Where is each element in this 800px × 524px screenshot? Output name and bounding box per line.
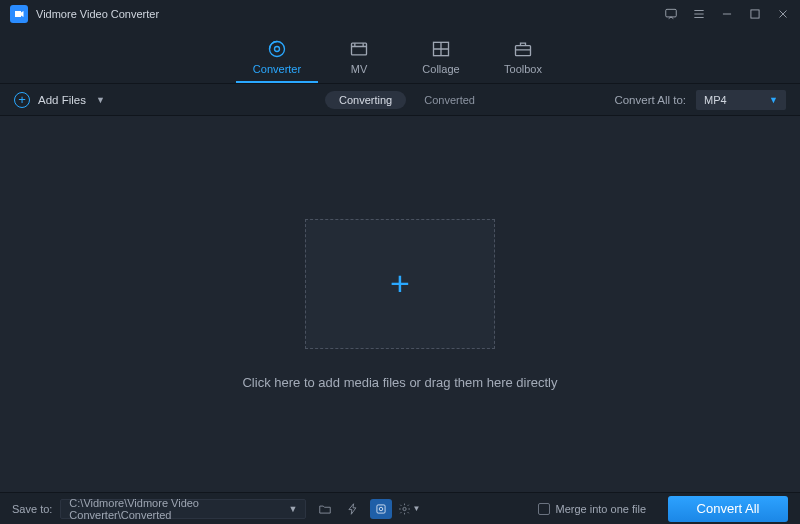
chevron-down-icon: ▼ (412, 504, 420, 513)
open-folder-button[interactable] (314, 499, 336, 519)
chevron-down-icon: ▼ (769, 95, 778, 105)
svg-point-3 (275, 47, 280, 52)
add-files-button[interactable]: + Add Files ▼ (14, 92, 105, 108)
tab-label: Converter (253, 63, 301, 75)
settings-button[interactable]: ▼ (398, 499, 420, 519)
segment-converting[interactable]: Converting (325, 91, 406, 109)
top-nav: Converter MV Collage Toolbox (0, 28, 800, 84)
output-format-dropdown[interactable]: MP4 ▼ (696, 90, 786, 110)
window-controls (664, 7, 790, 21)
lightning-button[interactable] (342, 499, 364, 519)
save-path-value: C:\Vidmore\Vidmore Video Converter\Conve… (69, 497, 286, 521)
plus-icon: + (390, 264, 410, 303)
status-segmented: Converting Converted (325, 91, 475, 109)
maximize-icon[interactable] (748, 7, 762, 21)
merge-label: Merge into one file (556, 503, 647, 515)
svg-rect-6 (516, 46, 531, 56)
main-area: + Click here to add media files or drag … (0, 116, 800, 492)
svg-point-8 (380, 507, 384, 511)
svg-rect-7 (377, 504, 385, 512)
dropzone-hint: Click here to add media files or drag th… (242, 375, 557, 390)
footer-icons: ▼ (314, 499, 420, 519)
close-icon[interactable] (776, 7, 790, 21)
tab-mv[interactable]: MV (318, 39, 400, 83)
checkbox-icon (538, 503, 550, 515)
segment-converted[interactable]: Converted (424, 94, 475, 106)
menu-icon[interactable] (692, 7, 706, 21)
svg-point-9 (403, 507, 406, 510)
convert-all-button[interactable]: Convert All (668, 496, 788, 522)
tab-label: MV (351, 63, 368, 75)
plus-circle-icon: + (14, 92, 30, 108)
minimize-icon[interactable] (720, 7, 734, 21)
footer: Save to: C:\Vidmore\Vidmore Video Conver… (0, 492, 800, 524)
save-path-dropdown[interactable]: C:\Vidmore\Vidmore Video Converter\Conve… (60, 499, 306, 519)
chevron-down-icon: ▼ (288, 504, 297, 514)
output-format-value: MP4 (704, 94, 727, 106)
convert-all-to-label: Convert All to: (614, 94, 686, 106)
svg-rect-0 (666, 9, 677, 17)
convert-all-button-label: Convert All (697, 501, 760, 516)
toolbar: + Add Files ▼ Converting Converted Conve… (0, 84, 800, 116)
app-logo (10, 5, 28, 23)
tab-converter[interactable]: Converter (236, 39, 318, 83)
convert-all-to-group: Convert All to: MP4 ▼ (614, 90, 786, 110)
chevron-down-icon: ▼ (96, 95, 105, 105)
tab-toolbox[interactable]: Toolbox (482, 39, 564, 83)
title-bar: Vidmore Video Converter (0, 0, 800, 28)
svg-rect-1 (751, 10, 759, 18)
add-files-label: Add Files (38, 94, 86, 106)
tab-collage[interactable]: Collage (400, 39, 482, 83)
tab-label: Collage (422, 63, 459, 75)
gpu-accel-button[interactable] (370, 499, 392, 519)
tab-label: Toolbox (504, 63, 542, 75)
app-title: Vidmore Video Converter (36, 8, 159, 20)
svg-rect-4 (352, 43, 367, 55)
dropzone[interactable]: + (305, 219, 495, 349)
merge-checkbox[interactable]: Merge into one file (538, 503, 647, 515)
feedback-icon[interactable] (664, 7, 678, 21)
save-to-label: Save to: (12, 503, 52, 515)
